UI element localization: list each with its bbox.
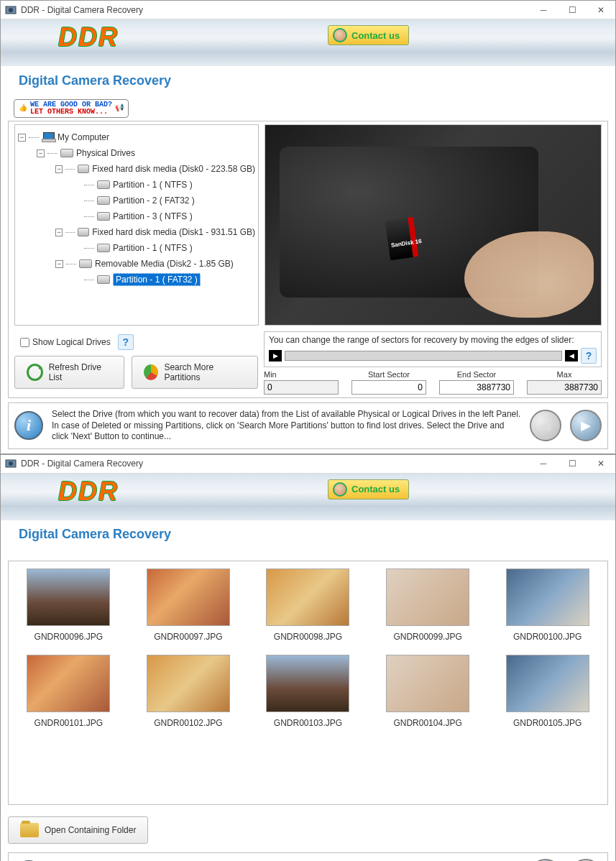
end-sector-input[interactable] [439,380,514,395]
drive-tree[interactable]: −My Computer −Physical Drives −Fixed har… [14,124,259,326]
thumbs-up-icon: 👍 [19,105,27,112]
tree-d0p3-label[interactable]: Partition - 3 ( NTFS ) [113,211,193,221]
thumbnail-image [147,568,230,626]
file-thumb[interactable]: GNDR00100.JPG [495,568,600,642]
partition-icon [97,244,110,252]
file-thumb[interactable]: GNDR00101.JPG [16,655,121,728]
maximize-button[interactable]: ☐ [558,454,587,473]
titlebar: DDR - Digital Camera Recovery ─ ☐ ✕ [1,455,615,474]
brand-header: DDR Contact us [1,474,615,520]
file-thumb[interactable]: GNDR00099.JPG [375,568,481,642]
tree-d2p1-label[interactable]: Partition - 1 ( FAT32 ) [113,273,201,286]
thumbnail-image [506,568,589,626]
subtitle: Digital Camera Recovery [1,66,615,95]
svg-point-1 [9,8,13,12]
info-text: Select the Drive (from which you want to… [52,409,521,443]
feedback-banner[interactable]: 👍 WE ARE GOOD OR BAD? LET OTHERS KNOW...… [14,99,129,118]
file-thumb[interactable]: GNDR00104.JPG [375,655,481,728]
app-icon [5,4,17,16]
thumbnail-image [386,655,469,712]
refresh-drive-list-button[interactable]: Refresh Drive List [14,356,124,389]
drive-icon [78,165,89,173]
next-button[interactable]: ▶ [570,410,602,441]
file-thumb[interactable]: GNDR00098.JPG [255,568,361,642]
partition-icon [97,180,110,189]
close-button[interactable]: ✕ [587,454,615,473]
tree-d0p2-label[interactable]: Partition - 2 ( FAT32 ) [113,195,195,206]
tree-collapse-icon[interactable]: − [55,260,63,268]
tree-collapse-icon[interactable]: − [55,165,63,173]
window-title: DDR - Digital Camera Recovery [21,459,143,469]
info-icon: i [14,411,43,440]
tree-d1p1-label[interactable]: Partition - 1 ( NTFS ) [113,243,193,253]
drive-icon [79,259,92,268]
svg-point-3 [9,461,13,466]
back-button[interactable]: ◀ [530,410,561,441]
min-input [264,380,339,395]
brand-header: DDR Contact us [1,19,615,66]
app-icon [5,458,17,469]
end-sector-label: End Sector [439,370,514,379]
partition-icon [97,275,110,284]
thumbnail-image [266,568,349,626]
thumbnail-image [506,655,589,712]
open-containing-folder-button[interactable]: Open Containing Folder [8,816,148,844]
tree-collapse-icon[interactable]: − [18,134,26,142]
recovered-files-grid[interactable]: GNDR00096.JPG GNDR00097.JPG GNDR00098.JP… [8,561,608,805]
maximize-button[interactable]: ☐ [558,1,587,19]
close-button[interactable]: ✕ [587,1,615,19]
sector-slider[interactable] [285,351,562,361]
person-icon [333,28,347,42]
refresh-icon [27,364,43,381]
brand-logo: DDR [58,476,119,507]
minimize-button[interactable]: ─ [529,1,558,19]
tree-disk0-label[interactable]: Fixed hard disk media (Disk0 - 223.58 GB… [92,164,255,174]
partition-icon [97,212,110,221]
search-more-partitions-button[interactable]: Search More Partitions [132,356,258,389]
contact-us-label: Contact us [351,30,400,41]
contact-us-button[interactable]: Contact us [328,479,409,499]
thumbnail-image [147,655,230,712]
tree-collapse-icon[interactable]: − [55,229,63,236]
person-icon [333,482,347,497]
subtitle: Digital Camera Recovery [1,520,615,549]
info-bar: i To view the recovered Data, please cli… [8,852,608,861]
file-thumb[interactable]: GNDR00103.JPG [255,655,361,728]
contact-us-button[interactable]: Contact us [328,25,409,45]
max-input [527,380,602,395]
file-thumb[interactable]: GNDR00097.JPG [136,568,242,642]
show-logical-checkbox[interactable]: Show Logical Drives [20,337,111,347]
announce-icon: 📢 [115,105,124,112]
slider-help-button[interactable]: ? [581,348,597,364]
file-thumb[interactable]: GNDR00105.JPG [495,655,600,728]
help-button[interactable]: ? [118,334,134,350]
min-label: Min [264,370,339,379]
tree-d0p1-label[interactable]: Partition - 1 ( NTFS ) [113,180,193,190]
drive-icon [60,149,73,157]
preview-image: SanDisk 16 [265,124,602,326]
thumbnail-image [27,655,110,712]
slider-right-handle[interactable]: ◀ [565,350,578,362]
contact-us-label: Contact us [351,484,400,494]
titlebar: DDR - Digital Camera Recovery ─ ☐ ✕ [1,1,615,19]
tree-root-label[interactable]: My Computer [58,132,109,142]
tree-disk2-label[interactable]: Removable Media (Disk2 - 1.85 GB) [95,259,234,269]
start-sector-label: Start Sector [351,370,426,379]
tree-collapse-icon[interactable]: − [37,149,45,157]
chart-icon [144,364,158,380]
file-thumb[interactable]: GNDR00102.JPG [136,655,242,728]
start-sector-input[interactable] [351,380,426,395]
minimize-button[interactable]: ─ [529,454,558,473]
folder-icon [20,823,39,837]
window-2: DDR - Digital Camera Recovery ─ ☐ ✕ DDR … [0,454,616,861]
window-1: DDR - Digital Camera Recovery ─ ☐ ✕ DDR … [0,0,616,454]
tree-physical-label[interactable]: Physical Drives [76,148,135,158]
brand-logo: DDR [58,22,119,52]
slider-left-handle[interactable]: ▶ [269,350,282,362]
info-bar: i Select the Drive (from which you want … [8,402,608,449]
computer-icon [42,132,55,142]
max-label: Max [527,370,602,379]
file-thumb[interactable]: GNDR00096.JPG [16,568,121,642]
thumbnail-image [266,655,349,712]
tree-disk1-label[interactable]: Fixed hard disk media (Disk1 - 931.51 GB… [92,227,255,237]
